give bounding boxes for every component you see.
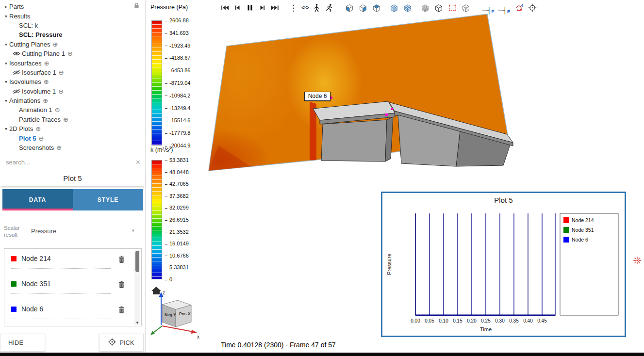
tree-item-animations[interactable]: ▾ Animations ⊕ xyxy=(0,96,145,105)
chevron-down-icon[interactable]: ▾ xyxy=(3,42,9,47)
node-color-swatch xyxy=(11,281,17,287)
visibility-off-icon[interactable] xyxy=(13,70,22,75)
add-icon[interactable]: ⊕ xyxy=(63,116,68,123)
visibility-icon[interactable] xyxy=(13,51,22,56)
list-item[interactable]: Node 6 xyxy=(4,299,141,324)
remove-icon[interactable]: ⊖ xyxy=(58,88,64,95)
trace-extents-button[interactable]: <·> xyxy=(300,1,310,15)
chevron-down-icon[interactable]: ▾ xyxy=(3,126,9,131)
clip-plane-x-button[interactable] xyxy=(344,1,355,15)
tree-item-2d-plots[interactable]: ▾ 2D Plots ⊕ xyxy=(0,124,145,133)
remove-icon[interactable]: ⊖ xyxy=(38,135,44,142)
delete-node-button[interactable] xyxy=(117,255,126,266)
add-icon[interactable]: ⊕ xyxy=(53,41,58,48)
chevron-down-icon[interactable]: ▾ xyxy=(3,14,9,19)
y-axis-label: Pressure xyxy=(386,254,392,275)
particle-burst-icon[interactable] xyxy=(632,256,642,267)
plot-panel-title: Plot 5 xyxy=(0,171,145,186)
remove-icon[interactable]: ⊖ xyxy=(67,50,73,57)
element-outline-button[interactable] xyxy=(433,1,445,15)
probe-element-button[interactable]: ─┤E xyxy=(497,1,511,15)
tree-item-parts[interactable]: ▸ Parts xyxy=(0,2,145,11)
add-icon[interactable]: ⊕ xyxy=(35,125,41,132)
scrollbar-thumb[interactable] xyxy=(135,251,139,272)
search-input[interactable] xyxy=(5,158,126,166)
tree-item-particle-traces[interactable]: Particle Traces ⊕ xyxy=(0,115,145,124)
clip-plane-y-button[interactable] xyxy=(357,1,369,15)
rotate-animation-button[interactable]: 4 xyxy=(513,1,525,15)
chevron-down-icon[interactable]: ▾ xyxy=(3,61,9,66)
add-icon[interactable]: ⊕ xyxy=(43,97,48,104)
pressure-legend-values: 2606.88 341.693 -1923.49 -4188.67 -6453.… xyxy=(165,17,190,148)
svg-text:Pos X: Pos X xyxy=(179,311,191,316)
hide-button[interactable]: HIDE xyxy=(0,334,45,352)
grid-lines-button[interactable] xyxy=(460,1,472,15)
orientation-cube[interactable]: z Neg Y Pos X x xyxy=(149,285,203,342)
clip-plane-z-button[interactable] xyxy=(371,1,382,15)
add-icon[interactable]: ⊕ xyxy=(44,60,49,67)
list-item[interactable]: Node 351 xyxy=(4,274,141,299)
delete-node-button[interactable] xyxy=(117,305,126,316)
tree-item-results[interactable]: ▾ Results xyxy=(0,11,145,20)
tree-item-label: Results xyxy=(9,13,30,20)
tree-item-plot-5[interactable]: Plot 5 ⊖ xyxy=(0,133,145,143)
tree-item-isovolume-1[interactable]: Isovolume 1 ⊖ xyxy=(0,87,145,96)
tree-item-label: Animations xyxy=(9,97,40,104)
remove-icon[interactable]: ⊖ xyxy=(59,69,64,76)
delete-node-button[interactable] xyxy=(117,280,126,291)
last-frame-button[interactable] xyxy=(270,1,281,15)
visibility-off-icon[interactable] xyxy=(13,89,22,94)
scrollbar[interactable]: ▼ xyxy=(134,250,140,325)
x-axis-label: Time xyxy=(480,326,492,332)
first-frame-button[interactable] xyxy=(219,1,230,15)
add-icon[interactable]: ⊕ xyxy=(56,144,62,151)
k-legend-values: 53.3831 48.0448 42.7065 37.3682 32.0299 … xyxy=(165,157,189,282)
svg-text:0.05: 0.05 xyxy=(425,318,434,324)
clear-search-icon[interactable]: × xyxy=(136,158,140,167)
chevron-right-icon[interactable]: ▸ xyxy=(3,4,9,9)
legend-swatch xyxy=(563,227,569,233)
legend-title-k: k (m²/s²) xyxy=(150,146,173,153)
mesh-surface-button[interactable] xyxy=(419,1,431,15)
tab-style[interactable]: STYLE xyxy=(73,189,143,210)
walk-mode-button[interactable] xyxy=(312,1,322,15)
tree-item-isovolumes[interactable]: ▾ Isovolumes ⊕ xyxy=(0,77,145,86)
model-tree: ▸ Parts ▾ Results SCL: k SCL: Pressure ▾… xyxy=(0,2,145,152)
node-annotation-label: Node 6 xyxy=(304,92,330,101)
tab-data[interactable]: DATA xyxy=(2,189,73,210)
list-item[interactable]: Node 214 xyxy=(4,249,141,274)
pause-button[interactable] xyxy=(245,1,255,15)
tree-item-scl-k[interactable]: SCL: k xyxy=(0,21,145,30)
tree-item-cutting-plane-1[interactable]: Cutting Plane 1 ⊖ xyxy=(0,49,145,58)
tree-item-isosurface-1[interactable]: Isosurface 1 ⊖ xyxy=(0,68,145,77)
next-frame-button[interactable] xyxy=(257,1,268,15)
structured-grid-button[interactable] xyxy=(388,1,400,15)
pick-button[interactable]: PICK xyxy=(99,334,144,352)
chevron-down-icon[interactable]: ▾ xyxy=(3,98,9,103)
svg-text:0.00: 0.00 xyxy=(411,318,420,324)
tree-item-animation-1[interactable]: Animation 1 ⊖ xyxy=(0,105,145,114)
plot-window[interactable]: Plot 5 0.00 0.05 0.10 xyxy=(381,192,626,337)
svg-text:0.20: 0.20 xyxy=(467,318,477,324)
tree-item-screenshots[interactable]: Screenshots ⊕ xyxy=(0,143,145,152)
remove-icon[interactable]: ⊖ xyxy=(55,106,60,113)
scalar-result-dropdown[interactable]: Pressure xyxy=(31,227,133,235)
previous-frame-button[interactable] xyxy=(232,1,243,15)
tree-item-label: Plot 5 xyxy=(19,135,36,142)
probe-point-button[interactable]: ─┤P xyxy=(481,1,495,15)
chevron-down-icon[interactable]: ▾ xyxy=(3,79,9,84)
tree-item-scl-pressure[interactable]: SCL: Pressure xyxy=(0,30,145,39)
tree-item-isosurfaces[interactable]: ▾ Isosurfaces ⊕ xyxy=(0,58,145,67)
center-view-button[interactable] xyxy=(527,1,538,15)
run-mode-button[interactable] xyxy=(324,1,334,15)
chevron-down-icon[interactable]: ▾ xyxy=(132,227,134,234)
svg-text:0.25: 0.25 xyxy=(481,318,491,324)
tree-item-cutting-planes[interactable]: ▾ Cutting Planes ⊕ xyxy=(0,40,145,49)
unstructured-grid-button[interactable] xyxy=(402,1,413,15)
more-options-button[interactable]: ⋮ xyxy=(288,1,298,15)
add-icon[interactable]: ⊕ xyxy=(44,78,49,85)
post-processor-window: ▸ Parts ▾ Results SCL: k SCL: Pressure ▾… xyxy=(0,0,644,356)
scroll-down-icon[interactable]: ▼ xyxy=(134,321,140,325)
legend-title-pressure: Pressure (Pa) xyxy=(150,4,188,11)
feature-edges-button[interactable] xyxy=(446,1,458,15)
